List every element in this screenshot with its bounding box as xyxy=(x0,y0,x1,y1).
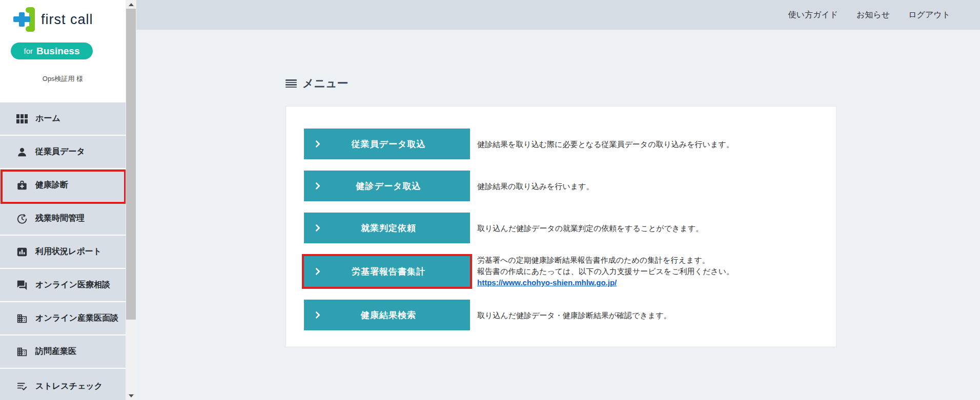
main-content: メニュー 従業員データ取込 健診結果を取り込む際に必要となる従業員データの取り込… xyxy=(136,30,980,400)
sidebar-item-label: 健康診断 xyxy=(35,180,68,191)
chat-icon xyxy=(15,279,29,291)
brand-area: first call for Business Ops検証用 様 xyxy=(0,0,126,102)
menu-button-work-judgment-request[interactable]: 就業判定依頼 xyxy=(304,213,470,243)
grid-icon xyxy=(15,113,29,125)
sidebar-item-label: 利用状況レポート xyxy=(35,246,101,257)
sidebar-item-usage-report[interactable]: 利用状況レポート xyxy=(0,236,126,269)
sidebar-item-online-occupational[interactable]: オンライン産業医面談 xyxy=(0,302,126,335)
list-check-icon xyxy=(15,380,29,392)
page-title-row: メニュー xyxy=(285,76,349,91)
chohyo-shien-link[interactable]: https://www.chohyo-shien.mhlw.go.jp/ xyxy=(477,278,617,287)
arrow-up-icon xyxy=(129,3,134,6)
person-icon xyxy=(15,146,29,158)
sidebar-item-stress-check[interactable]: ストレスチェック xyxy=(0,369,126,400)
scroll-up-button[interactable] xyxy=(126,0,136,9)
sidebar-item-label: ホーム xyxy=(35,113,60,124)
medical-bag-icon xyxy=(15,179,29,192)
sidebar-item-label: 残業時間管理 xyxy=(35,213,85,224)
menu-button-health-result-search[interactable]: 健康結果検索 xyxy=(304,300,470,330)
menu-button-checkup-data-import[interactable]: 健診データ取込 xyxy=(304,171,470,201)
chevron-right-icon xyxy=(313,181,322,191)
sidebar-menu: ホーム 従業員データ 健康診断 xyxy=(0,102,126,400)
menu-icon xyxy=(285,79,297,88)
menu-button-labor-bureau-report[interactable]: 労基署報告書集計 xyxy=(304,256,470,287)
clock-refresh-icon xyxy=(15,213,29,225)
guide-link[interactable]: 使い方ガイド xyxy=(788,10,839,20)
menu-row-labor-bureau-report: 労基署報告書集計 労基署への定期健康診断結果報告書作成のための集計を行えます。 … xyxy=(304,255,836,288)
sidebar-item-label: オンライン医療相談 xyxy=(35,280,110,290)
menu-row-checkup-data-import: 健診データ取込 健診結果の取り込みを行います。 xyxy=(304,171,836,201)
menu-description: 取り込んだ健診データの就業判定の依頼をすることができます。 xyxy=(477,223,703,234)
sidebar-item-employee-data[interactable]: 従業員データ xyxy=(0,136,126,169)
scrollbar-thumb[interactable] xyxy=(126,9,136,320)
sidebar-item-health-checkup[interactable]: 健康診断 xyxy=(0,169,126,202)
menu-row-work-judgment-request: 就業判定依頼 取り込んだ健診データの就業判定の依頼をすることができます。 xyxy=(304,213,836,243)
logout-link[interactable]: ログアウト xyxy=(908,10,950,20)
menu-button-employee-data-import[interactable]: 従業員データ取込 xyxy=(304,129,470,159)
for-business-badge: for Business xyxy=(11,43,93,59)
sidebar-scrollbar[interactable] xyxy=(126,0,136,400)
sidebar-item-visiting-occupational[interactable]: 訪問産業医 xyxy=(0,335,126,369)
sidebar-item-home[interactable]: ホーム xyxy=(0,102,126,136)
chevron-right-icon xyxy=(313,139,322,149)
menu-row-employee-data-import: 従業員データ取込 健診結果を取り込む際に必要となる従業員データの取り込みを行いま… xyxy=(304,129,836,159)
sidebar-item-overtime[interactable]: 残業時間管理 xyxy=(0,202,126,236)
menu-description: 健診結果の取り込みを行います。 xyxy=(477,181,594,192)
sidebar-item-label: 従業員データ xyxy=(35,146,85,157)
arrow-down-icon xyxy=(129,394,134,397)
user-name: Ops検証用 様 xyxy=(0,74,126,83)
bar-chart-icon xyxy=(15,246,29,258)
building-icon xyxy=(15,312,29,325)
brand-name: first call xyxy=(41,12,93,28)
menu-description: 労基署への定期健康診断結果報告書作成のための集計を行えます。 報告書の作成にあた… xyxy=(477,255,734,288)
page-title: メニュー xyxy=(302,76,349,91)
sidebar-item-label: オンライン産業医面談 xyxy=(35,313,118,324)
menu-card: 従業員データ取込 健診結果を取り込む際に必要となる従業員データの取り込みを行いま… xyxy=(285,106,836,347)
menu-row-health-result-search: 健康結果検索 取り込んだ健診データ・健康診断結果が確認できます。 xyxy=(304,300,836,330)
sidebar-item-label: 訪問産業医 xyxy=(35,346,76,357)
menu-description: 健診結果を取り込む際に必要となる従業員データの取り込みを行います。 xyxy=(477,139,734,150)
notice-link[interactable]: お知らせ xyxy=(856,10,890,20)
chevron-right-icon xyxy=(313,267,322,276)
chevron-right-icon xyxy=(313,223,322,233)
sidebar: first call for Business Ops検証用 様 ホーム xyxy=(0,0,126,400)
first-call-logo-icon xyxy=(12,6,36,33)
building-icon xyxy=(15,346,29,358)
topbar: 使い方ガイド お知らせ ログアウト xyxy=(136,0,980,30)
sidebar-item-label: ストレスチェック xyxy=(35,381,103,392)
menu-description: 取り込んだ健診データ・健康診断結果が確認できます。 xyxy=(477,310,671,321)
chevron-right-icon xyxy=(313,310,322,320)
scroll-down-button[interactable] xyxy=(126,391,136,400)
sidebar-item-online-medical[interactable]: オンライン医療相談 xyxy=(0,269,126,302)
